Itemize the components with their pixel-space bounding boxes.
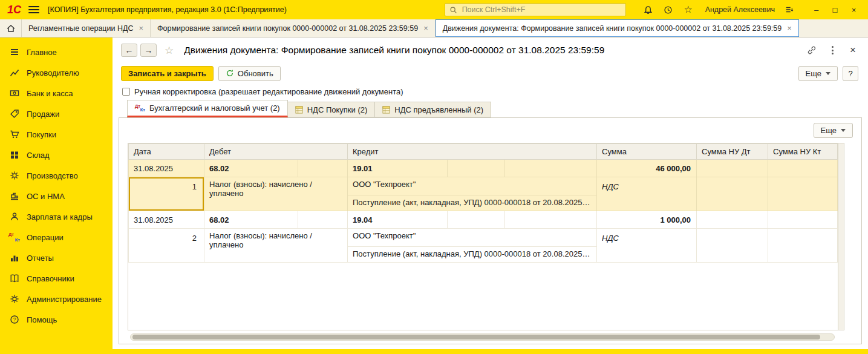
cell-amount[interactable]: 1 000,00 [597, 211, 697, 229]
form-tab-label: Бухгалтерский и налоговый учет (2) [149, 103, 280, 113]
sidebar-item-production[interactable]: Производство [0, 165, 113, 186]
column-header-amount-nu-kt[interactable]: Сумма НУ Кт [768, 144, 838, 160]
sidebar-item-references[interactable]: Справочники [0, 268, 113, 289]
column-header-debit[interactable]: Дебет [204, 144, 348, 160]
minimize-button[interactable]: – [808, 2, 824, 17]
cell-debit-analytics[interactable]: Налог (взносы): начислено / уплачено [204, 177, 348, 211]
chevron-down-icon [826, 72, 830, 75]
sidebar-item-help[interactable]: ? Помощь [0, 309, 113, 330]
sidebar-item-payroll-hr[interactable]: Зарплата и кадры [0, 206, 113, 227]
cell-amount[interactable]: 46 000,00 [597, 160, 697, 177]
cell-debit-analytics[interactable]: Налог (взносы): начислено / уплачено [204, 229, 348, 263]
cell-debit-account[interactable]: 68.02 [204, 211, 298, 229]
sidebar-item-fixed-assets[interactable]: ОС и НМА [0, 186, 113, 206]
command-bar: Записать и закрыть Обновить Еще ? [113, 63, 868, 84]
cell-amount-note[interactable]: НДС [597, 229, 697, 263]
cell-amount-nu-dt[interactable] [697, 177, 768, 211]
notifications-bell-icon[interactable] [643, 4, 654, 15]
movements-table-area: Дата Дебет Кредит Сумма Сумма НУ Дт Сумм… [128, 143, 838, 330]
sidebar-item-main[interactable]: Главное [0, 42, 113, 62]
sidebar-item-reports[interactable]: Отчеты [0, 247, 113, 268]
panel-more-button[interactable]: Еще [814, 123, 853, 138]
add-to-favorites-icon[interactable]: ☆ [165, 44, 174, 57]
cell-empty[interactable] [505, 211, 597, 229]
cell-credit-account[interactable]: 19.04 [348, 211, 448, 229]
price-tag-icon [8, 109, 20, 119]
tab-close-icon[interactable]: × [787, 24, 792, 32]
cell-amount-nu-kt[interactable] [768, 177, 838, 211]
tab-vat-purchases[interactable]: НДС Покупки (2) [287, 102, 376, 117]
favorites-star-icon[interactable]: ☆ [683, 4, 694, 15]
sidebar-item-sales[interactable]: Продажи [0, 103, 113, 124]
cell-amount-nu-dt[interactable] [697, 211, 768, 229]
sidebar-item-label: Склад [27, 151, 50, 160]
cell-credit-analytics[interactable]: ООО "Техпроект" [348, 177, 597, 195]
cell-amount-nu-kt[interactable] [768, 211, 838, 229]
sidebar-item-manager[interactable]: Руководителю [0, 62, 113, 83]
maximize-button[interactable]: □ [827, 2, 843, 17]
cell-date[interactable]: 31.08.2025 [129, 160, 204, 177]
cell-credit-account[interactable]: 19.01 [348, 160, 448, 177]
column-header-credit[interactable]: Кредит [348, 144, 597, 160]
cell-credit-analytics[interactable]: Поступление (акт, накладная, УПД) 0000-0… [348, 247, 597, 263]
cell-credit-analytics[interactable]: Поступление (акт, накладная, УПД) 0000-0… [348, 195, 597, 211]
horizontal-scrollbar[interactable] [130, 333, 835, 341]
get-link-icon[interactable] [806, 45, 817, 56]
cell-credit-analytics[interactable]: ООО "Техпроект" [348, 229, 597, 247]
sidebar-item-administration[interactable]: Администрирование [0, 289, 113, 309]
table-row: 1 Налог (взносы): начислено / уплачено О… [129, 177, 838, 195]
nav-back-button[interactable]: ← [121, 44, 137, 57]
cell-amount-nu-kt[interactable] [768, 160, 838, 177]
sidebar-item-label: Справочники [27, 274, 74, 283]
global-search[interactable] [445, 3, 626, 16]
save-and-close-button[interactable]: Записать и закрыть [121, 66, 214, 81]
boxes-grid-icon [8, 150, 20, 160]
panel-settings-icon[interactable] [784, 4, 795, 15]
cell-amount-note[interactable]: НДС [597, 177, 697, 211]
vertical-scrollbar[interactable] [838, 143, 844, 330]
column-header-amount[interactable]: Сумма [597, 144, 697, 160]
sidebar-item-operations[interactable]: ДтКт Операции [0, 227, 113, 247]
cell-row-number-selected[interactable]: 1 [129, 177, 204, 211]
gear-icon [8, 294, 20, 304]
cell-amount-nu-dt[interactable] [697, 160, 768, 177]
nav-forward-button[interactable]: → [140, 44, 157, 57]
sidebar-item-warehouse[interactable]: Склад [0, 145, 113, 165]
more-actions-icon[interactable] [827, 45, 838, 56]
cell-empty[interactable] [298, 160, 348, 177]
cell-empty[interactable] [448, 160, 505, 177]
more-button[interactable]: Еще [798, 66, 838, 81]
cell-amount-nu-kt[interactable] [768, 229, 838, 263]
window-tab-purchase-ledger-doc[interactable]: Формирование записей книги покупок 0000-… [151, 19, 436, 37]
cell-empty[interactable] [448, 211, 505, 229]
help-button[interactable]: ? [843, 66, 858, 81]
search-input[interactable] [461, 5, 621, 15]
tab-accounting-tax[interactable]: ДтКт Бухгалтерский и налоговый учет (2) [127, 100, 288, 117]
column-header-amount-nu-dt[interactable]: Сумма НУ Дт [697, 144, 768, 160]
manual-adjustment-checkbox[interactable] [122, 88, 130, 96]
horizontal-scrollbar-thumb[interactable] [132, 335, 820, 339]
cell-empty[interactable] [505, 160, 597, 177]
cell-debit-account[interactable]: 68.02 [204, 160, 298, 177]
window-tab-vat-operations[interactable]: Регламентные операции НДС × [22, 19, 151, 37]
tab-close-icon[interactable]: × [423, 24, 428, 32]
cell-row-number[interactable]: 2 [129, 229, 204, 263]
current-user-name[interactable]: Андрей Алексеевич [705, 5, 775, 14]
sidebar-item-purchases[interactable]: Покупки [0, 124, 113, 145]
main-menu-icon[interactable] [28, 6, 39, 13]
cell-empty[interactable] [298, 211, 348, 229]
sidebar-item-label: Администрирование [27, 295, 102, 304]
window-tab-document-movements[interactable]: Движения документа: Формирование записей… [436, 19, 799, 37]
cell-date[interactable]: 31.08.2025 [129, 211, 204, 229]
history-clock-icon[interactable] [663, 4, 674, 15]
tab-vat-presented[interactable]: НДС предъявленный (2) [374, 102, 491, 117]
close-document-icon[interactable]: × [847, 45, 858, 56]
refresh-button[interactable]: Обновить [218, 66, 281, 81]
home-icon[interactable] [0, 19, 22, 37]
tab-close-icon[interactable]: × [139, 24, 143, 32]
sidebar-item-bank-cash[interactable]: Банк и касса [0, 83, 113, 103]
cell-amount-nu-dt[interactable] [697, 229, 768, 263]
chevron-down-icon [841, 129, 846, 132]
close-window-button[interactable]: × [846, 2, 862, 17]
column-header-date[interactable]: Дата [129, 144, 204, 160]
